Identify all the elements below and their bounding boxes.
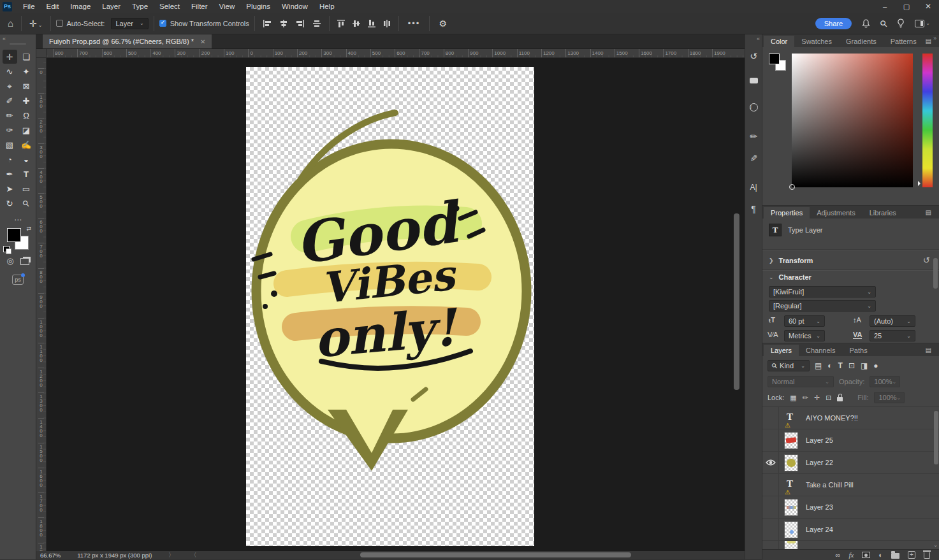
menu-item[interactable]: File [17, 3, 41, 10]
layer-name[interactable]: AIYO MONEY?!! [806, 414, 858, 422]
kerning-dropdown[interactable]: Metrics⌄ [784, 330, 825, 341]
layers-scrollbar[interactable] [934, 411, 938, 464]
panel-tab[interactable]: Libraries [863, 207, 903, 219]
visibility-toggle[interactable] [762, 474, 779, 496]
layer-thumbnail[interactable] [784, 521, 798, 538]
layer-thumbnail[interactable] [784, 477, 798, 494]
layer-thumbnail[interactable] [784, 499, 798, 516]
lasso-tool[interactable]: ∿ [3, 64, 17, 78]
lock-image-icon[interactable]: ✏ [803, 394, 808, 402]
align-right-icon[interactable] [296, 20, 305, 27]
panel-tab[interactable]: Paths [843, 345, 875, 356]
brushes-icon[interactable] [746, 150, 761, 166]
search-icon[interactable]: ⚲ [880, 18, 887, 29]
horizontal-scrollbar[interactable] [360, 552, 631, 557]
menu-item[interactable]: Type [126, 3, 154, 10]
paragraph-panel-icon[interactable] [746, 201, 761, 217]
tracking-dropdown[interactable]: 25⌄ [870, 330, 915, 341]
info-icon[interactable] [746, 99, 761, 115]
visibility-toggle[interactable] [762, 541, 779, 549]
align-left-icon[interactable] [263, 20, 272, 27]
filter-smart-object-icon[interactable]: ◨ [861, 361, 868, 370]
move-tool-options-icon[interactable]: ✛⌄ [27, 18, 45, 29]
filter-adjustment-icon[interactable]: ◐ [827, 361, 832, 370]
healing-brush-tool[interactable]: ✚ [19, 94, 34, 108]
visibility-toggle[interactable] [762, 407, 779, 429]
hue-slider-handle[interactable] [918, 181, 923, 186]
zoom-level[interactable]: 66.67% [40, 552, 61, 559]
layer-row[interactable]: Layer 22 [762, 452, 939, 474]
blend-mode-dropdown[interactable]: Normal⌄ [768, 376, 834, 387]
filter-pin-icon[interactable]: ● [873, 361, 878, 370]
foreground-color-swatch[interactable] [7, 228, 21, 242]
font-family-dropdown[interactable]: [KiwiFruit]⌄ [769, 286, 876, 298]
share-button[interactable]: Share [815, 18, 852, 29]
align-center-horizontal-icon[interactable] [279, 20, 288, 27]
fill-dropdown[interactable]: 100%⌄ [874, 392, 905, 403]
new-group-icon[interactable] [891, 553, 899, 559]
properties-scrollbar[interactable] [933, 258, 938, 289]
move-tool[interactable]: ✛ [3, 50, 17, 64]
frame-tool[interactable]: ⊠ [19, 79, 34, 93]
panel-tab[interactable]: Patterns [884, 36, 924, 47]
saturation-brightness-picker[interactable] [792, 54, 913, 187]
history-icon[interactable] [746, 48, 761, 64]
vertical-scrollbar[interactable] [734, 213, 739, 390]
layer-name[interactable]: Layer 23 [806, 503, 833, 511]
clone-stamp-tool[interactable]: Ω [19, 108, 34, 122]
gradient-tool[interactable]: ▧ [3, 138, 17, 152]
visibility-toggle[interactable] [762, 519, 779, 540]
more-options-icon[interactable]: ••• [404, 18, 425, 28]
scroll-down-icon[interactable]: ⌄ [933, 542, 938, 548]
layer-thumbnail[interactable] [784, 432, 798, 449]
panel-tab[interactable]: Layers [764, 345, 799, 356]
layer-thumbnail[interactable] [784, 454, 798, 471]
quick-mask-icon[interactable]: ◎ [6, 256, 13, 266]
filter-image-icon[interactable]: ▤ [815, 361, 822, 370]
collapse-panels-icon[interactable]: » [933, 35, 936, 41]
document-tab[interactable]: Fuiyoh Prop.psd @ 66.7% (#Cheers, RGB/8)… [43, 34, 212, 48]
layer-name[interactable]: Take a Chill Pill [806, 481, 854, 489]
new-adjustment-layer-icon[interactable]: ◐ [878, 551, 883, 559]
visibility-toggle[interactable] [762, 452, 779, 473]
leading-dropdown[interactable]: (Auto)⌄ [870, 315, 915, 327]
collapse-tools-icon[interactable]: « [3, 36, 6, 42]
show-transform-checkbox[interactable] [159, 20, 166, 27]
layer-row[interactable]: Layer 24 [762, 519, 939, 541]
panel-tab[interactable]: Channels [799, 345, 842, 356]
menu-item[interactable]: Window [276, 3, 314, 10]
layer-thumbnail[interactable] [784, 541, 798, 549]
layer-name[interactable]: Layer 22 [806, 459, 833, 466]
menu-item[interactable]: Filter [186, 3, 214, 10]
menu-item[interactable]: Plugins [240, 3, 276, 10]
menu-item[interactable]: Layer [96, 3, 126, 10]
type-tool[interactable]: T [19, 167, 34, 181]
blur-tool[interactable]: ◔ [3, 152, 17, 166]
crop-tool[interactable]: ⌖ [3, 79, 17, 93]
lock-transparency-icon[interactable]: ▦ [790, 394, 796, 402]
default-colors-icon[interactable] [3, 246, 10, 252]
gear-icon[interactable]: ⚙ [435, 18, 451, 29]
status-prev-icon[interactable]: 〈 [191, 551, 196, 559]
auto-select-checkbox[interactable] [56, 20, 63, 27]
creative-cloud-icon[interactable]: ps [12, 275, 24, 285]
zoom-tool[interactable]: ⚲ [19, 196, 34, 210]
align-bottom-icon[interactable] [368, 19, 375, 28]
status-next-icon[interactable]: 〉 [168, 551, 174, 559]
auto-select-dropdown[interactable]: Layer ⌄ [111, 18, 148, 29]
path-selection-tool[interactable]: ➤ [3, 182, 17, 196]
panel-menu-icon[interactable]: ▤ [926, 209, 931, 216]
minimize-button[interactable]: – [874, 3, 896, 10]
layer-row[interactable] [762, 541, 939, 549]
dodge-tool[interactable]: ◒ [19, 152, 34, 166]
history-brush-tool[interactable]: ✑ [3, 123, 17, 137]
filter-type-icon[interactable]: T [838, 361, 843, 370]
comments-icon[interactable] [746, 70, 761, 85]
menu-item[interactable]: View [214, 3, 241, 10]
maximize-button[interactable]: ▢ [896, 3, 917, 11]
brush-tool[interactable]: ✏ [3, 108, 17, 122]
hue-slider[interactable] [922, 54, 933, 187]
character-section-header[interactable]: ⌄ Character [769, 273, 812, 281]
lock-all-icon[interactable] [837, 397, 843, 401]
opacity-dropdown[interactable]: 100%⌄ [870, 376, 900, 387]
